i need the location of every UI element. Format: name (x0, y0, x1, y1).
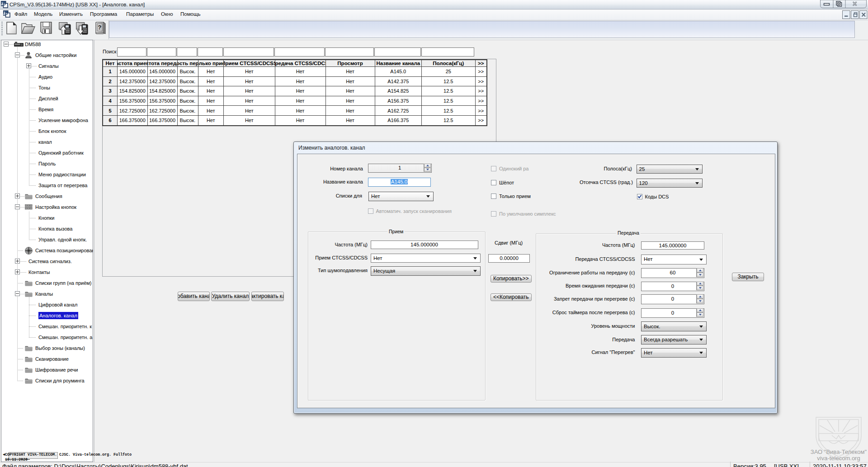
svg-text:?: ? (98, 24, 102, 31)
